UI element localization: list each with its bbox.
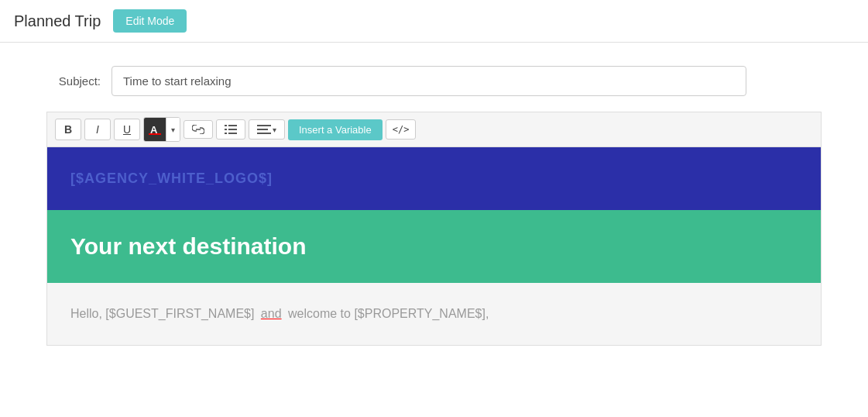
body-text-conjunction: and xyxy=(261,307,282,320)
template-body-section: Hello, [$GUEST_FIRST_NAME$] and welcome … xyxy=(47,283,821,345)
body-text-prefix: Hello, [$GUEST_FIRST_NAME$] xyxy=(70,307,254,320)
svg-rect-10 xyxy=(257,129,268,130)
list-icon xyxy=(225,124,237,135)
body-text-suffix: welcome to [$PROPERTY_NAME$], xyxy=(288,307,489,320)
align-dropdown-arrow: ▾ xyxy=(273,126,276,134)
page-header: Planned Trip Edit Mode xyxy=(0,0,868,43)
editor-area: [$AGENCY_WHITE_LOGO$] Your next destinat… xyxy=(46,146,822,346)
page-title: Planned Trip xyxy=(14,12,101,30)
agency-logo-variable: [$AGENCY_WHITE_LOGO$] xyxy=(70,171,798,187)
banner-text: Your next destination xyxy=(70,233,306,260)
svg-rect-11 xyxy=(257,133,271,134)
list-button[interactable] xyxy=(216,119,245,140)
svg-rect-4 xyxy=(228,125,237,126)
subject-row: Subject: xyxy=(46,66,822,96)
font-color-icon: A xyxy=(149,124,161,135)
content-area: Subject: B I U A ▾ xyxy=(0,43,868,369)
link-button[interactable] xyxy=(184,120,213,139)
italic-button[interactable]: I xyxy=(84,119,111,140)
svg-rect-3 xyxy=(225,125,227,126)
svg-rect-1 xyxy=(149,133,161,135)
body-text: Hello, [$GUEST_FIRST_NAME$] and welcome … xyxy=(70,305,798,323)
underline-button[interactable]: U xyxy=(114,119,140,140)
color-dropdown-arrow[interactable]: ▾ xyxy=(166,118,180,141)
subject-input[interactable] xyxy=(112,66,746,96)
link-icon xyxy=(192,125,204,134)
align-icon xyxy=(257,124,271,135)
svg-rect-9 xyxy=(257,125,271,126)
svg-rect-7 xyxy=(225,133,227,134)
align-button[interactable]: ▾ xyxy=(249,119,285,140)
bold-button[interactable]: B xyxy=(55,119,81,140)
svg-rect-5 xyxy=(225,129,227,130)
edit-mode-button[interactable]: Edit Mode xyxy=(113,9,187,33)
template-header-section: [$AGENCY_WHITE_LOGO$] xyxy=(47,147,821,210)
subject-label: Subject: xyxy=(46,74,101,88)
svg-rect-6 xyxy=(228,129,237,130)
svg-text:A: A xyxy=(150,124,158,135)
insert-variable-button[interactable]: Insert a Variable xyxy=(288,119,383,140)
color-swatch[interactable]: A xyxy=(144,118,166,141)
svg-rect-8 xyxy=(228,133,237,134)
code-button[interactable]: </> xyxy=(386,119,417,140)
editor-toolbar: B I U A ▾ xyxy=(46,112,822,146)
template-banner-section: Your next destination xyxy=(47,210,821,283)
color-picker-group[interactable]: A ▾ xyxy=(143,117,180,142)
